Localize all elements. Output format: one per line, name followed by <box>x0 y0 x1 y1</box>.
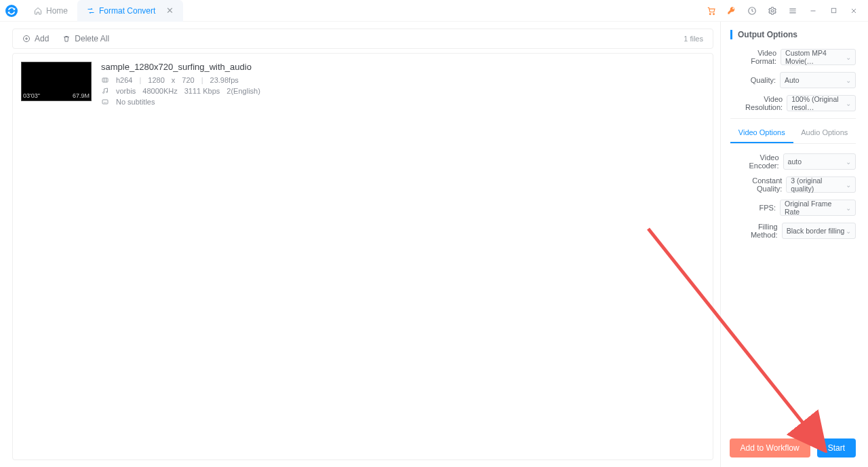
video-h: 720 <box>182 76 194 84</box>
chevron-down-icon: ⌄ <box>846 158 851 166</box>
encoder-select[interactable]: auto ⌄ <box>783 153 856 170</box>
fill-value: Black border filling <box>787 227 845 235</box>
tab-format-convert[interactable]: Format Convert ✕ <box>77 0 183 22</box>
video-format-value: Custom MP4 Movie(… <box>785 49 846 65</box>
home-icon <box>34 7 42 15</box>
video-fps: 23.98fps <box>210 76 239 84</box>
svg-point-7 <box>103 92 104 94</box>
close-tab-icon[interactable]: ✕ <box>166 6 174 15</box>
add-label: Add <box>35 34 49 43</box>
thumb-size: 67.9M <box>73 92 90 99</box>
start-button[interactable]: Start <box>817 438 856 457</box>
output-options-title: Output Options <box>730 30 856 39</box>
chevron-down-icon: ⌄ <box>846 181 851 189</box>
svg-point-1 <box>713 13 715 14</box>
video-x: x <box>172 76 176 84</box>
cq-select[interactable]: 3 (original quality) ⌄ <box>786 176 856 193</box>
video-format-select[interactable]: Custom MP4 Movie(… ⌄ <box>781 49 856 65</box>
cart-icon[interactable] <box>707 6 716 16</box>
fps-label: FPS: <box>760 204 776 212</box>
file-title: sample_1280x720_surfing_with_audio <box>101 62 260 72</box>
minimize-icon[interactable] <box>808 6 818 16</box>
video-thumbnail[interactable]: 03'03" 67.9M <box>21 62 92 101</box>
file-meta: sample_1280x720_surfing_with_audio h264 … <box>101 62 260 109</box>
left-pane: Add Delete All 1 files 03'03" 67.9M samp… <box>0 22 720 467</box>
delete-all-button[interactable]: Delete All <box>62 34 109 43</box>
toolbar: Add Delete All 1 files <box>12 29 713 49</box>
chevron-down-icon: ⌄ <box>846 227 851 235</box>
audio-icon <box>101 87 109 95</box>
video-format-label: Video Format: <box>730 49 776 65</box>
chevron-down-icon: ⌄ <box>846 100 851 107</box>
add-button[interactable]: Add <box>22 34 49 43</box>
svg-rect-6 <box>102 78 108 82</box>
audio-lang: 2(English) <box>226 87 260 95</box>
right-pane: Output Options Video Format: Custom MP4 … <box>720 22 868 467</box>
tab-video-options[interactable]: Video Options <box>730 128 793 143</box>
titlebar: Home Format Convert ✕ <box>0 0 868 22</box>
resolution-select[interactable]: 100% (Original resol… ⌄ <box>787 95 856 111</box>
settings-icon[interactable] <box>768 6 777 16</box>
fps-select[interactable]: Original Frame Rate ⌄ <box>780 200 856 216</box>
fill-label: Filling Method: <box>730 223 778 239</box>
menu-icon[interactable] <box>788 6 797 16</box>
option-tabs: Video Options Audio Options <box>730 128 856 143</box>
resolution-label: Video Resolution: <box>730 95 783 111</box>
encoder-label: Video Encoder: <box>730 153 779 170</box>
app-logo <box>5 5 18 17</box>
bottom-bar: Add to Workflow Start <box>730 438 856 457</box>
svg-rect-4 <box>831 8 835 12</box>
tab-home-label: Home <box>46 6 68 16</box>
chevron-down-icon: ⌄ <box>846 77 851 84</box>
quality-label: Quality: <box>751 76 776 84</box>
file-list: 03'03" 67.9M sample_1280x720_surfing_wit… <box>12 53 713 460</box>
quality-value: Auto <box>785 76 800 84</box>
key-icon[interactable] <box>727 6 736 16</box>
audio-codec: vorbis <box>116 87 136 95</box>
thumb-duration: 03'03" <box>23 92 40 99</box>
video-w: 1280 <box>148 76 164 84</box>
delete-all-label: Delete All <box>75 34 109 43</box>
fps-value: Original Frame Rate <box>785 200 846 216</box>
cq-label: Constant Quality: <box>730 176 782 193</box>
resolution-value: 100% (Original resol… <box>791 95 846 111</box>
video-codec-icon <box>101 76 109 84</box>
svg-point-3 <box>771 10 774 12</box>
subtitle-text: No subtitles <box>116 98 155 106</box>
audio-rate: 48000KHz <box>142 87 177 95</box>
tab-home[interactable]: Home <box>24 0 77 22</box>
history-icon[interactable] <box>747 6 757 16</box>
trash-icon <box>62 35 71 43</box>
plus-circle-icon <box>22 35 31 43</box>
window-controls <box>707 6 864 16</box>
tab-audio-options[interactable]: Audio Options <box>793 128 856 143</box>
fill-select[interactable]: Black border filling ⌄ <box>782 223 856 239</box>
svg-point-8 <box>106 92 108 93</box>
subtitle-icon <box>101 98 109 106</box>
file-item[interactable]: 03'03" 67.9M sample_1280x720_surfing_wit… <box>21 62 705 109</box>
svg-point-0 <box>709 13 711 14</box>
cq-value: 3 (original quality) <box>791 176 846 193</box>
encoder-value: auto <box>788 157 802 166</box>
video-codec: h264 <box>116 76 132 84</box>
audio-bitrate: 3111 Kbps <box>184 87 220 95</box>
file-count: 1 files <box>684 35 703 43</box>
chevron-down-icon: ⌄ <box>846 204 851 212</box>
tab-format-convert-label: Format Convert <box>99 6 155 16</box>
add-to-workflow-button[interactable]: Add to Workflow <box>730 438 810 457</box>
svg-rect-9 <box>102 100 108 104</box>
quality-select[interactable]: Auto ⌄ <box>780 72 856 88</box>
convert-icon <box>87 7 95 15</box>
close-window-icon[interactable] <box>849 6 859 16</box>
chevron-down-icon: ⌄ <box>846 54 851 61</box>
maximize-icon[interactable] <box>829 6 838 16</box>
